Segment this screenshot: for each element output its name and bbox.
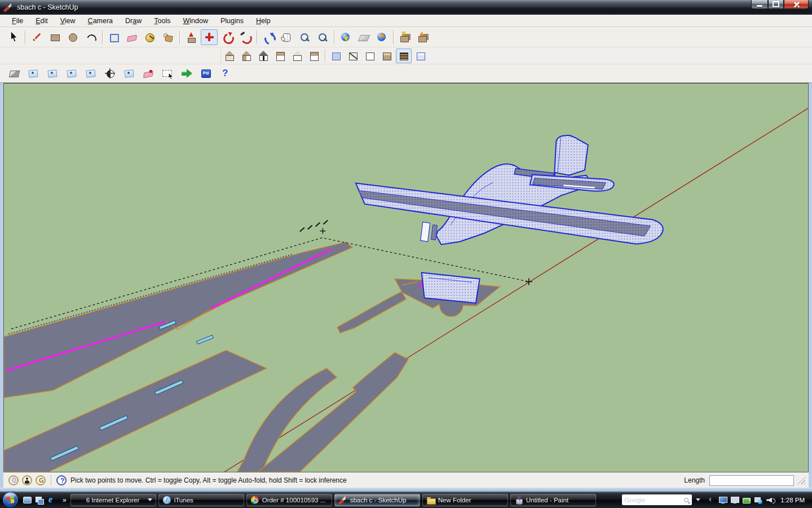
measurement-input[interactable] (709, 475, 794, 486)
zoom-extents-icon (316, 31, 329, 43)
tray-battery-icon[interactable] (742, 496, 751, 505)
menu-draw[interactable]: Draw (119, 16, 148, 26)
pan-button[interactable] (278, 29, 295, 45)
get-models-button[interactable] (396, 29, 413, 45)
plugin-blue-d-button[interactable] (83, 66, 99, 81)
taskbar-button-chrome[interactable]: Order # 100010593 ... (246, 494, 332, 506)
taskbar-clock: 1:28 PM (780, 497, 805, 503)
plugin-eraser-pb-icon (142, 67, 155, 80)
eraser-button[interactable] (123, 29, 140, 45)
paint-bucket-button[interactable] (160, 29, 176, 45)
close-button[interactable] (784, 0, 809, 9)
select-button[interactable] (5, 29, 22, 45)
follow-me-button[interactable] (237, 29, 254, 45)
view-front-icon (257, 50, 270, 62)
orbit-button[interactable] (260, 29, 277, 45)
viewport-canvas[interactable] (3, 83, 809, 472)
tray-network-icon[interactable] (754, 496, 763, 505)
menu-view[interactable]: View (54, 16, 82, 26)
tape-measure-button[interactable] (142, 29, 158, 45)
circle-button[interactable] (64, 29, 81, 45)
minimize-button[interactable] (751, 0, 768, 9)
style-textured-button[interactable] (396, 49, 412, 63)
place-model-button[interactable] (373, 29, 390, 45)
show-desktop-icon[interactable] (23, 496, 32, 505)
search-dropdown-arrow[interactable] (696, 498, 700, 501)
tray-chevron-icon[interactable] (707, 496, 716, 505)
get-current-view-button[interactable] (337, 29, 354, 45)
podium-button[interactable] (198, 66, 214, 81)
status-hint-icon[interactable] (8, 475, 19, 485)
scene-shape (431, 225, 438, 240)
style-wireframe-button[interactable] (345, 49, 361, 63)
menu-camera[interactable]: Camera (82, 16, 119, 26)
plugin-blue-a-button[interactable] (25, 66, 41, 81)
tray-monitor-icon[interactable] (730, 496, 739, 505)
taskbar-button-folder[interactable]: New Folder (422, 494, 508, 506)
taskbar-button-sketchup[interactable]: sbach c - SketchUp (334, 494, 420, 506)
style-shaded-button[interactable] (379, 49, 395, 63)
switch-windows-icon[interactable] (35, 496, 44, 505)
move-button[interactable] (201, 29, 218, 45)
toolbar-main (0, 27, 812, 47)
plugin-blue-e-button[interactable] (121, 66, 137, 81)
view-left-button[interactable] (239, 49, 254, 63)
scene-shape (323, 220, 328, 224)
status-author-icon[interactable] (22, 475, 32, 485)
make-component-button[interactable] (105, 29, 122, 45)
plugin-blue-c-button[interactable] (64, 66, 80, 81)
internet-explorer-icon[interactable] (47, 496, 56, 505)
arc-button[interactable] (82, 29, 99, 45)
search-watermark: Google (624, 497, 684, 503)
menu-plugins[interactable]: Plugins (214, 16, 250, 26)
share-models-icon (417, 31, 429, 43)
rectangle-button[interactable] (46, 29, 63, 45)
resize-grip[interactable] (797, 476, 805, 484)
plugin-blue-b-button[interactable] (45, 66, 60, 81)
taskbar-button-internet-explorer[interactable]: 6 Internet Explorer (70, 494, 156, 506)
line-button[interactable] (28, 29, 45, 45)
search-icon[interactable] (684, 498, 689, 502)
task-buttons: 6 Internet ExploreriTunesOrder # 1000105… (70, 494, 616, 506)
menu-tools[interactable]: Tools (148, 16, 176, 26)
rotate-button[interactable] (219, 29, 236, 45)
rotate-icon (221, 31, 233, 43)
taskbar-button-itunes[interactable]: iTunes (158, 494, 244, 506)
axes-button[interactable] (102, 66, 118, 81)
toggle-terrain-button[interactable] (355, 29, 372, 45)
zoom-button[interactable] (296, 29, 313, 45)
help-button[interactable] (217, 66, 233, 81)
menu-file[interactable]: File (6, 16, 29, 26)
view-back-button[interactable] (289, 49, 305, 63)
menu-window[interactable]: Window (176, 16, 214, 26)
status-help-icon[interactable] (56, 475, 67, 485)
plugin-eraser-pb-button[interactable] (140, 66, 156, 81)
group-dropdown-icon[interactable] (148, 498, 152, 501)
toolbar-separator (179, 30, 180, 44)
view-right-button[interactable] (306, 49, 322, 63)
status-divider (51, 475, 51, 486)
view-top-button[interactable] (272, 49, 288, 63)
menu-help[interactable]: Help (250, 16, 277, 26)
start-button[interactable] (3, 492, 18, 507)
tray-volume-icon[interactable] (766, 496, 775, 505)
taskbar-button-label: iTunes (174, 497, 240, 503)
google-search-box[interactable]: Google (622, 494, 692, 505)
style-monochrome-button[interactable] (413, 49, 429, 63)
export-arrow-button[interactable] (179, 66, 195, 81)
view-front-button[interactable] (255, 49, 271, 63)
status-credit-icon[interactable] (36, 475, 46, 485)
plugin-gray-button[interactable] (6, 66, 22, 81)
menu-edit[interactable]: Edit (29, 16, 54, 26)
view-iso-button[interactable] (222, 49, 237, 63)
tray-gdesktop-icon[interactable] (718, 496, 727, 505)
push-pull-button[interactable] (183, 29, 200, 45)
share-models-button[interactable] (414, 29, 431, 45)
quick-launch-overflow[interactable]: » (63, 496, 67, 504)
style-xray-button[interactable] (328, 49, 344, 63)
style-hidden-line-button[interactable] (362, 49, 378, 63)
zoom-extents-button[interactable] (314, 29, 331, 45)
marquee-select-button[interactable] (160, 66, 175, 81)
taskbar-button-paint[interactable]: Untitled - Paint (510, 494, 596, 506)
maximize-button[interactable] (768, 0, 784, 9)
